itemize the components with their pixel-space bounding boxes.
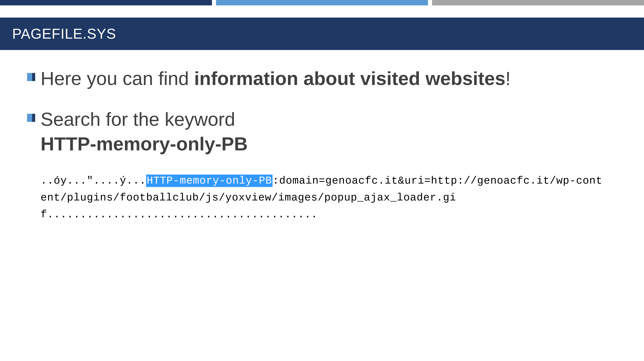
- accent-bar-blue: [216, 0, 428, 5]
- accent-bar-navy: [0, 0, 212, 5]
- bullet-suffix: !: [506, 68, 511, 89]
- accent-bar-gray: [432, 0, 644, 5]
- accent-bars: [0, 0, 644, 5]
- bullet-marker-icon: [27, 73, 35, 81]
- hex-prefix: ..óy..."....ý...: [40, 175, 146, 187]
- bullet-text: Here you can find information about visi…: [40, 66, 511, 91]
- slide-title: PAGEFILE.SYS: [12, 26, 632, 42]
- bullet-bold: HTTP-memory-only-PB: [40, 133, 248, 154]
- slide-title-band: PAGEFILE.SYS: [0, 17, 644, 50]
- slide-body: Here you can find information about visi…: [0, 50, 644, 223]
- bullet-marker-icon: [27, 114, 35, 122]
- bullet-text: Search for the keyword HTTP-memory-only-…: [40, 107, 248, 156]
- bullet-item: Search for the keyword HTTP-memory-only-…: [27, 107, 606, 156]
- bullet-item: Here you can find information about visi…: [27, 66, 606, 91]
- bullet-bold: information about visited websites: [194, 68, 506, 89]
- hex-dump-block: ..óy..."....ý...HTTP-memory-only-PB:doma…: [40, 172, 606, 223]
- bullet-prefix: Search for the keyword: [40, 109, 235, 130]
- bullet-prefix: Here you can find: [40, 68, 194, 89]
- hex-highlight: HTTP-memory-only-PB: [146, 175, 272, 187]
